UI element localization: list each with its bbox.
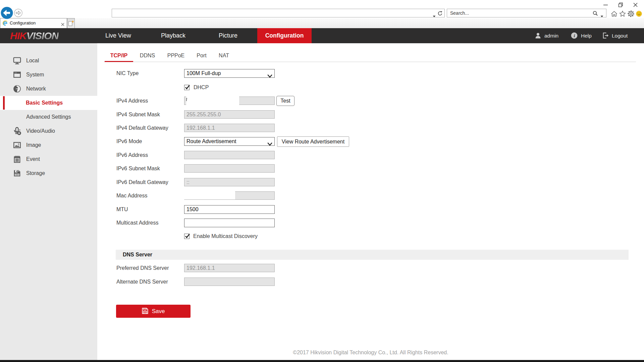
ipv4-subnet-input: 255.255.255.0 — [184, 110, 275, 119]
help-link[interactable]: Help — [581, 28, 592, 43]
sidebar: Local System Network Basic Settings — [0, 43, 97, 360]
select-chevron-icon — [267, 72, 272, 80]
ipv6-address-input — [184, 151, 275, 159]
test-button[interactable]: Test — [276, 96, 294, 106]
multicast-address-label: Multicast Address — [116, 220, 158, 226]
window-icon — [13, 70, 21, 79]
browser-tab-configuration[interactable]: Configuration — [0, 18, 67, 28]
tab-pppoe[interactable]: PPPoE — [162, 49, 190, 62]
tab-nat[interactable]: NAT — [213, 49, 235, 62]
ipv4-address-label: IPv4 Address — [116, 98, 148, 104]
nav-picture[interactable]: Picture — [219, 28, 237, 43]
nav-configuration[interactable]: Configuration — [257, 28, 312, 43]
sidebar-item-storage[interactable]: Storage — [0, 166, 97, 180]
address-bar[interactable] — [112, 9, 445, 17]
settings-gear-icon[interactable] — [628, 10, 634, 17]
footer-copyright: ©2017 Hikvision Digital Technology Co., … — [97, 350, 644, 356]
logo-vision: VISION — [26, 30, 59, 41]
dhcp-label: DHCP — [194, 84, 209, 91]
ipv6-mode-select[interactable]: Route Advertisement — [184, 137, 275, 146]
user-icon — [535, 32, 541, 40]
globe-icon — [13, 84, 21, 93]
view-route-advertisement-button[interactable]: View Route Advertisement — [277, 136, 349, 147]
sidebar-item-advanced-settings[interactable]: Advanced Settings — [0, 110, 97, 124]
tab-tcpip[interactable]: TCP/IP — [105, 49, 133, 62]
ipv4-gateway-value: 192.168.1.1 — [186, 125, 215, 131]
tab-ddns[interactable]: DDNS — [133, 49, 162, 62]
monitor-icon — [13, 56, 21, 65]
sidebar-item-local[interactable]: Local — [0, 54, 97, 68]
notepad-icon — [13, 155, 21, 164]
multicast-discovery-checkbox[interactable] — [184, 234, 190, 239]
home-icon[interactable] — [611, 10, 618, 17]
search-input[interactable]: Search... — [447, 9, 606, 17]
logout-link[interactable]: Logout — [612, 28, 628, 43]
nic-type-select[interactable]: 100M Full-dup — [184, 69, 275, 78]
floppy-icon — [13, 169, 21, 178]
user-name-label[interactable]: admin — [544, 28, 558, 43]
sidebar-item-label: Local — [26, 54, 39, 68]
ipv4-address-redaction — [186, 96, 239, 106]
multicast-discovery-label: Enable Multicast Discovery — [193, 233, 258, 240]
favorites-star-icon[interactable] — [619, 10, 626, 17]
search-placeholder: Search... — [450, 9, 469, 17]
feedback-smiley-icon[interactable] — [636, 11, 642, 17]
dns-section-title: DNS Server — [123, 250, 152, 260]
logout-icon — [603, 33, 609, 40]
preferred-dns-input: 192.168.1.1 — [184, 264, 275, 272]
nav-live-view[interactable]: Live View — [105, 28, 131, 43]
tab-close-icon[interactable] — [61, 21, 64, 25]
alternate-dns-input — [184, 278, 275, 286]
new-tab-button[interactable] — [67, 18, 75, 28]
multicast-address-input[interactable] — [184, 219, 275, 227]
refresh-icon[interactable] — [437, 11, 443, 17]
browser-forward-button[interactable] — [14, 9, 22, 17]
ipv4-gateway-label: IPv4 Default Gateway — [116, 125, 168, 131]
sidebar-item-video-audio[interactable]: Video/Audio — [0, 124, 97, 138]
window-close-icon[interactable] — [633, 2, 638, 7]
browser-back-button[interactable] — [1, 7, 13, 19]
browser-tab-title: Configuration — [10, 18, 36, 28]
active-indicator-bar — [3, 96, 5, 110]
microphone-icon — [13, 127, 21, 135]
sidebar-item-basic-settings[interactable]: Basic Settings — [0, 96, 97, 110]
sidebar-item-label: Image — [26, 138, 41, 152]
ipv6-subnet-label: IPv6 Subnet Mask — [116, 165, 160, 172]
browser-titlebar — [0, 0, 644, 9]
nav-playback[interactable]: Playback — [161, 28, 185, 43]
mac-address-label: Mac Address — [116, 192, 147, 199]
ipv4-gateway-input: 192.168.1.1 — [184, 124, 275, 132]
ipv6-mode-value: Route Advertisement — [186, 138, 236, 144]
nic-type-label: NIC Type — [116, 70, 139, 77]
save-icon — [142, 308, 148, 315]
window-minimize-icon[interactable] — [603, 2, 608, 7]
ipv6-gateway-value: :: — [186, 179, 190, 185]
search-icon[interactable] — [593, 11, 598, 17]
sidebar-item-label: Basic Settings — [26, 96, 63, 110]
mtu-label: MTU — [116, 206, 128, 213]
save-button-label: Save — [152, 308, 165, 315]
sidebar-item-label: Video/Audio — [26, 124, 55, 138]
tab-port[interactable]: Port — [190, 49, 213, 62]
preferred-dns-label: Preferred DNS Server — [116, 265, 169, 272]
sidebar-item-system[interactable]: System — [0, 68, 97, 82]
picture-icon — [13, 141, 21, 149]
sidebar-item-network[interactable]: Network — [0, 82, 97, 96]
sidebar-item-label: Advanced Settings — [26, 110, 71, 124]
dhcp-checkbox[interactable] — [184, 85, 190, 90]
preferred-dns-value: 192.168.1.1 — [186, 265, 215, 271]
browser-navbar: Search... — [0, 9, 644, 18]
alternate-dns-label: Alternate DNS Server — [116, 279, 168, 285]
ipv6-gateway-input: :: — [184, 178, 275, 186]
save-button[interactable]: Save — [116, 305, 191, 318]
nic-type-value: 100M Full-dup — [186, 70, 221, 76]
sidebar-item-event[interactable]: Event — [0, 152, 97, 166]
ipv6-mode-label: IPv6 Mode — [116, 138, 142, 145]
window-restore-icon[interactable] — [618, 2, 623, 7]
mtu-input[interactable]: 1500 — [184, 205, 275, 214]
ipv4-subnet-value: 255.255.255.0 — [186, 112, 221, 117]
sidebar-item-image[interactable]: Image — [0, 138, 97, 152]
tabs-separator — [104, 62, 636, 62]
sidebar-item-label: Storage — [26, 166, 45, 180]
ipv6-address-label: IPv6 Address — [116, 152, 148, 159]
